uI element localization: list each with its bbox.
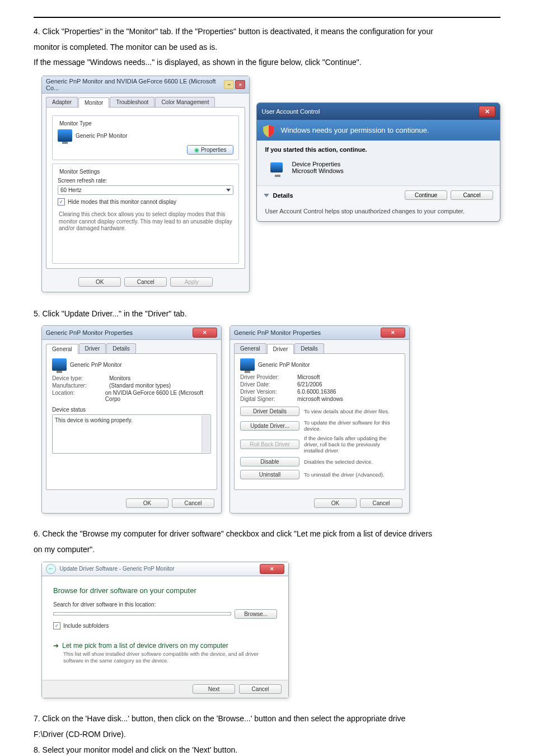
- group-monitor-type: Monitor Type: [58, 120, 93, 127]
- shield-icon: [261, 124, 276, 138]
- manufacturer: (Standard monitor types): [109, 382, 171, 389]
- device-status-box: This device is working properly.: [52, 414, 211, 454]
- dialog-title: Generic PnP Monitor Properties: [46, 329, 133, 336]
- tab-adapter[interactable]: Adapter: [46, 97, 78, 107]
- step4-l3: If the message "Windows needs..." is dis…: [34, 57, 500, 69]
- digital-signer: microsoft windows: [297, 396, 343, 402]
- cancel-button[interactable]: Cancel: [124, 277, 167, 287]
- details-toggle[interactable]: Details: [273, 192, 293, 199]
- driver-details-button[interactable]: Driver Details: [240, 407, 299, 416]
- scrollbar[interactable]: [202, 416, 210, 452]
- back-icon[interactable]: ←: [46, 564, 56, 574]
- monitor-icon: [52, 358, 67, 371]
- device-type: Monitors: [109, 375, 130, 381]
- device-heading: Generic PnP Monitor: [258, 362, 310, 368]
- group-monitor-settings: Monitor Settings: [58, 169, 101, 175]
- monitor-icon: [240, 358, 255, 371]
- hide-modes-checkbox[interactable]: ✓ Hide modes that this monitor cannot di…: [58, 198, 233, 206]
- search-label: Search for driver software in this locat…: [53, 601, 277, 608]
- browse-button[interactable]: Browse...: [235, 609, 277, 619]
- include-subfolders-checkbox[interactable]: ✓Include subfolders: [53, 622, 277, 629]
- uac-dialog: User Account Control ✕ Windows needs you…: [256, 102, 500, 222]
- tab-general[interactable]: General: [234, 343, 266, 353]
- monitor-icon: [58, 129, 72, 142]
- dialog-title: Generic PnP Monitor Properties: [234, 329, 321, 336]
- properties-button[interactable]: ◉ Properties: [187, 145, 233, 155]
- cancel-button[interactable]: Cancel: [239, 684, 282, 694]
- wizard-heading: Browse for driver software on your compu…: [53, 586, 277, 595]
- cancel-button[interactable]: Cancel: [451, 190, 493, 200]
- arrow-icon: ➔: [53, 642, 59, 650]
- uac-item-name: Device Properties: [292, 161, 343, 167]
- chevron-down-icon: [226, 189, 231, 192]
- close-icon[interactable]: ✕: [235, 80, 245, 89]
- tab-color-management[interactable]: Color Management: [155, 97, 215, 107]
- wizard-breadcrumb: Update Driver Software - Generic PnP Mon…: [59, 566, 174, 572]
- chevron-down-icon[interactable]: [264, 194, 269, 197]
- tab-driver[interactable]: Driver: [79, 343, 106, 353]
- step6-l1: 6. Check the "Browse my computer for dri…: [34, 528, 500, 540]
- continue-button[interactable]: Continue: [405, 190, 447, 200]
- step7-l1: 7. Click on the 'Have disk...' button, t…: [34, 713, 500, 725]
- update-driver-wizard: ← Update Driver Software - Generic PnP M…: [41, 562, 289, 699]
- tab-general[interactable]: General: [46, 344, 78, 354]
- uninstall-button[interactable]: Uninstall: [240, 470, 299, 479]
- uac-title: User Account Control: [261, 108, 320, 115]
- tab-troubleshoot[interactable]: Troubleshoot: [110, 97, 154, 107]
- driver-provider: Microsoft: [297, 374, 320, 380]
- cancel-button[interactable]: Cancel: [360, 498, 402, 508]
- close-icon[interactable]: ✕: [381, 328, 405, 338]
- apply-button[interactable]: Apply: [170, 277, 213, 287]
- monitor-icon: [270, 162, 283, 172]
- location: on NVIDIA GeForce 6600 LE (Microsoft Cor…: [105, 390, 211, 402]
- ok-button[interactable]: OK: [78, 277, 121, 287]
- next-button[interactable]: Next: [193, 684, 235, 694]
- disable-button[interactable]: Disable: [240, 457, 299, 466]
- uac-action-text: If you started this action, continue.: [265, 146, 492, 153]
- ok-button[interactable]: OK: [314, 498, 357, 508]
- tab-driver[interactable]: Driver: [267, 344, 294, 354]
- device-properties-driver: Generic PnP Monitor Properties ✕ General…: [229, 325, 410, 514]
- step5: 5. Click "Update Driver..." in the "Driv…: [34, 308, 500, 320]
- hide-modes-hint: Clearing this check box allows you to se…: [58, 209, 233, 234]
- minimize-icon[interactable]: ━: [224, 80, 234, 89]
- close-icon[interactable]: ✕: [479, 106, 495, 117]
- monitor-properties-dialog: Generic PnP Monitor and NVIDIA GeForce 6…: [41, 76, 250, 292]
- tab-monitor[interactable]: Monitor: [78, 97, 109, 108]
- close-icon[interactable]: ✕: [260, 564, 284, 574]
- device-properties-general: Generic PnP Monitor Properties ✕ General…: [41, 325, 222, 514]
- device-status-label: Device status: [52, 407, 211, 413]
- step4-l2: monitor is completed. The monitor can be…: [34, 41, 500, 54]
- step7-l2: F:\Driver (CD-ROM Drive).: [34, 729, 500, 741]
- uac-item-publisher: Microsoft Windows: [292, 167, 343, 174]
- refresh-rate-label: Screen refresh rate:: [58, 178, 233, 184]
- tab-details[interactable]: Details: [294, 343, 324, 353]
- driver-date: 6/21/2006: [297, 381, 322, 388]
- monitor-type-value: Generic PnP Monitor: [76, 133, 128, 139]
- step6-l2: on my computer".: [34, 544, 500, 556]
- cancel-button[interactable]: Cancel: [172, 498, 214, 508]
- step4-l1: 4. Click "Properties" in the "Monitor" t…: [34, 26, 500, 38]
- dialog-title: Generic PnP Monitor and NVIDIA GeForce 6…: [46, 78, 224, 91]
- ok-button[interactable]: OK: [126, 498, 168, 508]
- refresh-rate-select[interactable]: 60 Hertz: [58, 185, 233, 195]
- tab-details[interactable]: Details: [106, 343, 136, 353]
- uac-message: Windows needs your permission to contion…: [280, 126, 429, 134]
- pick-from-list-option[interactable]: ➔Let me pick from a list of device drive…: [53, 642, 277, 665]
- driver-version: 6.0.6000.16386: [297, 389, 336, 395]
- close-icon[interactable]: ✕: [193, 328, 217, 338]
- uac-footer-hint: User Account Control helps stop unauthor…: [257, 204, 500, 221]
- search-path-input[interactable]: [53, 612, 231, 615]
- update-driver-button[interactable]: Update Driver...: [240, 421, 299, 431]
- device-heading: Generic PnP Monitor: [70, 362, 122, 368]
- rollback-driver-button[interactable]: Roll Back Driver: [240, 440, 299, 449]
- step8: 8. Select your monitor model and click o…: [34, 744, 500, 756]
